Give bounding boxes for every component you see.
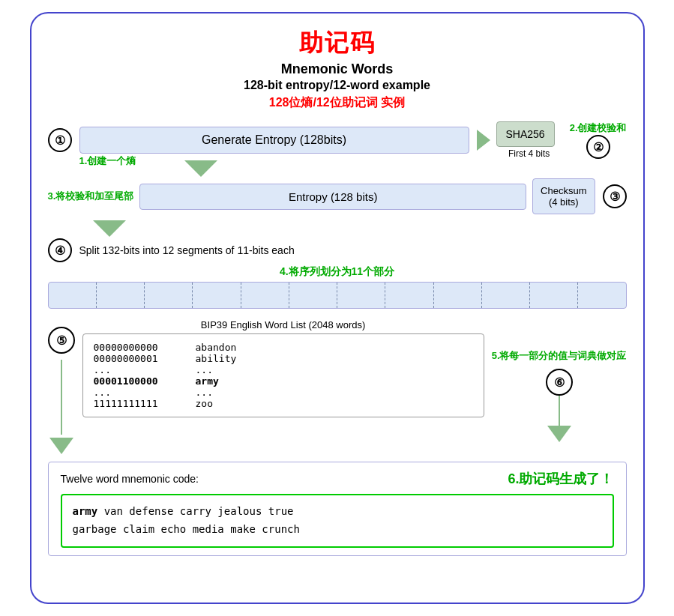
title-en2: 128-bit entropy/12-word example <box>48 79 627 92</box>
circle-1: ① <box>48 128 72 152</box>
arrow-down-5 <box>49 438 73 454</box>
seg-11 <box>530 283 578 308</box>
bip39-code-dots2: ... <box>94 387 184 398</box>
mnemonic-first-word: army <box>73 505 98 517</box>
circle-4: ④ <box>48 238 72 262</box>
bip39-code-zoo: 11111111111 <box>94 398 184 409</box>
bip39-code-2: 00000000001 <box>94 353 184 364</box>
row4-bip39: ⑤ BIP39 English Word List (2048 words) 0… <box>48 319 627 454</box>
step6-label: 6.助记码生成了！ <box>508 470 613 488</box>
bip39-word-dots2: ... <box>196 387 213 398</box>
step2-label: 2.创建校验和 <box>570 121 627 135</box>
row5-mnemonic: Twelve word mnemonic code: 6.助记码生成了！ arm… <box>48 462 627 556</box>
bip39-word-1: abandon <box>196 342 237 353</box>
subtitle-zh: 128位熵/12位助记词 实例 <box>48 95 627 111</box>
step1-label: 1.创建一个熵 <box>79 154 136 168</box>
circle-3: ③ <box>603 184 627 208</box>
entropy128-box: Entropy (128 bits) <box>139 184 526 210</box>
checksum-box: Checksum (4 bits) <box>532 178 595 214</box>
bip39-row-dots1: ... ... <box>94 364 473 375</box>
down-arrows-row2 <box>48 220 627 237</box>
bip39-code-army: 00001100000 <box>94 375 184 387</box>
circle-2: ② <box>586 135 610 159</box>
title-zh: 助记码 <box>48 27 627 60</box>
seg-7 <box>337 283 385 308</box>
mnemonic-code-box: army van defense carry jealous true garb… <box>61 494 614 548</box>
bip39-word-dots1: ... <box>196 364 213 375</box>
step3-label: 3.将校验和加至尾部 <box>48 190 134 203</box>
first4bits-label: First 4 bits <box>508 148 550 159</box>
down-arrow2-left <box>93 220 126 237</box>
checksum-text: Checksum <box>541 185 586 196</box>
seg-2 <box>97 283 145 308</box>
bip39-row-dots2: ... ... <box>94 387 473 398</box>
bip39-wrapper: BIP39 English Word List (2048 words) 000… <box>82 319 484 417</box>
bip39-row-1: 00000000000 abandon <box>94 342 473 353</box>
circle-5: ⑤ <box>48 327 75 354</box>
seg-6 <box>289 283 337 308</box>
bip39-row-zoo: 11111111111 zoo <box>94 398 473 409</box>
right-area: 5.将每一部分的值与词典做对应 ⑥ <box>492 319 627 445</box>
mnemonic-label: Twelve word mnemonic code: <box>61 473 199 485</box>
row3-split: ④ Split 132-bits into 12 segments of 11-… <box>48 238 627 262</box>
bip39-word-2: ability <box>196 353 237 364</box>
mnemonic-line2: garbage claim echo media make crunch <box>73 523 300 535</box>
step5-label: 5.将每一部分的值与词典做对应 <box>492 319 627 363</box>
bip39-code-dots1: ... <box>94 364 184 375</box>
checksum-bits: (4 bits) <box>541 196 586 208</box>
bip39-code-1: 00000000000 <box>94 342 184 353</box>
seg-4 <box>193 283 241 308</box>
entropy-box: Generate Entropy (128bits) <box>79 127 469 154</box>
seg-12 <box>578 283 625 308</box>
seg-5 <box>241 283 289 308</box>
bip39-word-zoo: zoo <box>196 398 213 409</box>
step4-text: Split 132-bits into 12 segments of 11-bi… <box>79 244 295 256</box>
arrow-down-6 <box>547 426 571 442</box>
seg-1 <box>49 283 97 308</box>
sha256-box: SHA256 <box>496 121 555 147</box>
bip39-row-army: 00001100000 army <box>94 375 473 387</box>
mnemonic-label-row: Twelve word mnemonic code: 6.助记码生成了！ <box>61 470 614 488</box>
seg-9 <box>434 283 482 308</box>
bip39-label: BIP39 English Word List (2048 words) <box>82 319 484 330</box>
mnemonic-rest: van defense carry jealous true <box>97 505 293 517</box>
segments-bar <box>48 282 627 309</box>
bip39-row-2: 00000000001 ability <box>94 353 473 364</box>
circle-6: ⑥ <box>546 369 573 396</box>
seg-3 <box>145 283 193 308</box>
seg-8 <box>385 283 433 308</box>
row1-entropy: ① Generate Entropy (128bits) SHA256 Firs… <box>48 121 627 159</box>
bip39-box: 00000000000 abandon 00000000001 ability … <box>82 333 484 417</box>
down-arrow-left <box>184 160 217 177</box>
vert-line-left <box>61 360 62 435</box>
step4-label-zh: 4.将序列划分为11个部分 <box>48 265 627 279</box>
title-en1: Mnemonic Words <box>48 61 627 77</box>
left-arrow-area: ⑤ <box>48 319 75 454</box>
seg-10 <box>482 283 530 308</box>
seg-dividers <box>49 283 626 308</box>
arrow-right-icon <box>477 130 490 151</box>
row2-checksum: 3.将校验和加至尾部 Entropy (128 bits) Checksum (… <box>48 178 627 214</box>
bip39-word-army: army <box>196 375 219 387</box>
main-container: 助记码 Mnemonic Words 128-bit entropy/12-wo… <box>30 12 645 604</box>
vert-line-right <box>559 396 560 426</box>
